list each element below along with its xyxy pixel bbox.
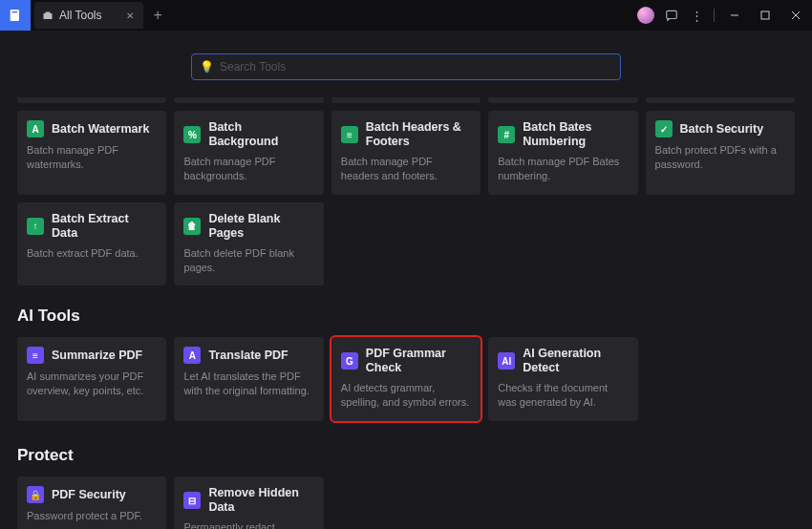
card-head: ↑Batch Extract Data <box>27 212 157 241</box>
content: 💡 ABatch WatermarkBatch manage PDF water… <box>0 31 812 529</box>
card-title: Translate PDF <box>208 349 288 363</box>
maximize-button[interactable] <box>755 5 776 26</box>
card-title: AI Generation Detect <box>523 347 628 375</box>
card-delete-blank-pages[interactable]: 🗑Delete Blank PagesBatch delete PDF blan… <box>174 202 323 286</box>
card-head: #Batch Bates Numbering <box>498 120 628 149</box>
search-input[interactable] <box>220 60 612 74</box>
more-icon[interactable]: ⋮ <box>689 8 704 23</box>
svg-rect-0 <box>11 10 19 21</box>
translate-pdf-icon: A <box>183 347 201 364</box>
card-desc: Batch manage PDF Bates numbering. <box>498 155 628 183</box>
card-head: ≡Batch Headers & Footers <box>341 120 471 149</box>
titlebar-left: All Tools ✕ + <box>0 0 172 31</box>
remove-hidden-data-icon: ⊟ <box>183 492 201 509</box>
batch-watermark-icon: A <box>27 120 44 138</box>
icon-glyph: # <box>503 130 509 140</box>
card-head: GPDF Grammar Check <box>341 347 471 375</box>
card-desc: Batch manage PDF watermarks. <box>27 143 157 172</box>
card-head: 🗑Delete Blank Pages <box>183 212 313 241</box>
toolbox-icon <box>42 10 53 21</box>
svg-rect-2 <box>667 11 677 18</box>
batch-background-icon: % <box>183 126 201 143</box>
card-desc: AI summarizes your PDF overview, key poi… <box>27 370 157 398</box>
card-head: 🔒PDF Security <box>27 486 157 503</box>
card-ai-generation-detect[interactable]: AIAI Generation DetectChecks if the docu… <box>488 337 637 421</box>
batch-headers-footers-icon: ≡ <box>341 126 358 143</box>
card-title: Delete Blank Pages <box>208 212 313 241</box>
icon-glyph: % <box>188 130 197 140</box>
card-title: Batch Bates Numbering <box>523 120 628 149</box>
card-head: AIAI Generation Detect <box>498 347 628 375</box>
icon-glyph: ≡ <box>347 130 353 140</box>
close-button[interactable] <box>785 5 806 26</box>
icon-glyph: A <box>32 124 38 135</box>
previous-row-peek <box>17 97 795 103</box>
icon-glyph: ≡ <box>32 350 38 361</box>
card-title: Batch Background <box>208 120 313 149</box>
card-title: Batch Security <box>680 122 764 137</box>
message-icon[interactable] <box>664 8 679 23</box>
batch-grid: ABatch WatermarkBatch manage PDF waterma… <box>17 111 795 286</box>
section-title-protect: Protect <box>17 446 795 465</box>
card-remove-hidden-data[interactable]: ⊟Remove Hidden DataPermanently redact se… <box>174 476 323 529</box>
batch-extract-data-icon: ↑ <box>27 218 44 235</box>
app-icon[interactable] <box>0 0 31 31</box>
search-wrap: 💡 <box>17 31 795 97</box>
card-title: Summarize PDF <box>52 349 142 363</box>
icon-glyph: G <box>346 356 353 367</box>
card-desc: Let AI translates the PDF with the origi… <box>183 370 313 398</box>
icon-glyph: ⊟ <box>188 496 196 506</box>
pdf-grammar-check-icon: G <box>341 352 358 370</box>
summarize-pdf-icon: ≡ <box>27 347 44 364</box>
titlebar-right: ⋮ <box>637 5 812 26</box>
delete-blank-pages-icon: 🗑 <box>183 218 201 235</box>
card-stub <box>646 97 795 103</box>
card-pdf-grammar-check[interactable]: GPDF Grammar CheckAI detects grammar, sp… <box>331 337 481 421</box>
search-icon: 💡 <box>200 60 214 74</box>
card-batch-extract-data[interactable]: ↑Batch Extract DataBatch extract PDF dat… <box>17 202 166 286</box>
card-batch-background[interactable]: %Batch BackgroundBatch manage PDF backgr… <box>174 111 323 195</box>
card-batch-security[interactable]: ✓Batch SecurityBatch protect PDFs with a… <box>646 111 795 195</box>
card-title: Batch Headers & Footers <box>366 120 471 149</box>
icon-glyph: 🗑 <box>187 221 197 231</box>
titlebar: All Tools ✕ + ⋮ <box>0 0 812 31</box>
ai-grid: ≡Summarize PDFAI summarizes your PDF ove… <box>17 337 795 421</box>
ai-generation-detect-icon: AI <box>498 352 515 370</box>
card-batch-headers-footers[interactable]: ≡Batch Headers & FootersBatch manage PDF… <box>331 111 481 195</box>
card-head: ✓Batch Security <box>655 120 785 138</box>
card-desc: AI detects grammar, spelling, and symbol… <box>341 381 471 410</box>
new-tab-button[interactable]: + <box>143 7 171 24</box>
card-title: Batch Extract Data <box>52 212 157 241</box>
card-desc: Batch manage PDF headers and footers. <box>341 155 471 183</box>
card-summarize-pdf[interactable]: ≡Summarize PDFAI summarizes your PDF ove… <box>17 337 166 421</box>
close-icon[interactable]: ✕ <box>126 11 134 21</box>
card-translate-pdf[interactable]: ATranslate PDFLet AI translates the PDF … <box>174 337 323 421</box>
svg-rect-1 <box>12 11 17 12</box>
card-title: Remove Hidden Data <box>208 486 313 515</box>
card-batch-bates-numbering[interactable]: #Batch Bates NumberingBatch manage PDF B… <box>488 111 637 195</box>
card-head: ≡Summarize PDF <box>27 347 157 364</box>
card-desc: Batch delete PDF blank pages. <box>183 246 313 275</box>
avatar[interactable] <box>637 7 654 24</box>
icon-glyph: 🔒 <box>30 490 41 500</box>
batch-bates-numbering-icon: # <box>498 126 515 143</box>
card-title: Batch Watermark <box>52 122 149 137</box>
card-head: %Batch Background <box>183 120 313 149</box>
card-stub <box>331 97 481 103</box>
divider <box>714 9 715 22</box>
icon-glyph: ✓ <box>660 124 668 135</box>
search-box[interactable]: 💡 <box>191 53 621 80</box>
card-desc: Password protect a PDF. <box>27 509 157 523</box>
card-desc: Batch manage PDF backgrounds. <box>183 155 313 183</box>
tab-all-tools[interactable]: All Tools ✕ <box>34 2 143 29</box>
card-desc: Permanently redact sensitive content and… <box>183 520 313 529</box>
card-stub <box>488 97 637 103</box>
card-head: ⊟Remove Hidden Data <box>183 486 313 515</box>
card-batch-watermark[interactable]: ABatch WatermarkBatch manage PDF waterma… <box>17 111 166 195</box>
card-pdf-security[interactable]: 🔒PDF SecurityPassword protect a PDF. <box>17 476 166 529</box>
section-title-ai: AI Tools <box>17 307 795 326</box>
card-stub <box>17 97 166 103</box>
minimize-button[interactable] <box>724 5 745 26</box>
card-desc: Batch extract PDF data. <box>27 246 157 261</box>
card-head: ABatch Watermark <box>27 120 157 138</box>
